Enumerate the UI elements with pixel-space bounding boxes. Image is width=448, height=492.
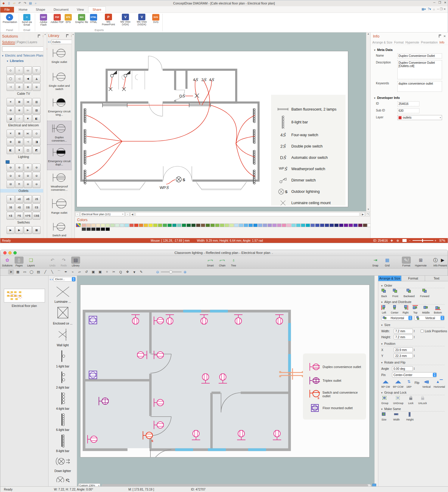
- shape-thumbnail[interactable]: ◀: [24, 75, 32, 83]
- shape-thumbnail[interactable]: ▦: [32, 226, 41, 234]
- color-swatch[interactable]: [115, 224, 119, 227]
- shape-thumbnail[interactable]: ✧: [104, 269, 110, 274]
- forward-icon[interactable]: ›: [52, 277, 53, 281]
- color-swatch[interactable]: [272, 224, 277, 227]
- library-item-emergency-single[interactable]: Emergency circuit sing...: [47, 95, 71, 121]
- home-icon[interactable]: ⌂: [433, 7, 435, 11]
- color-swatch[interactable]: [167, 224, 172, 227]
- close-button[interactable]: ✕: [444, 1, 447, 4]
- color-swatch[interactable]: [153, 224, 158, 227]
- tab-share[interactable]: Share: [88, 7, 106, 13]
- forward-icon[interactable]: ›: [49, 40, 50, 44]
- shape-thumbnail[interactable]: ▤: [15, 138, 23, 146]
- library-caption-cable-tv[interactable]: Cable TV: [0, 92, 47, 95]
- shape-thumbnail[interactable]: 4$: [15, 204, 23, 211]
- align-distribute-section[interactable]: ▼Align and Distribute: [381, 300, 445, 305]
- shape-thumbnail[interactable]: ⊖: [32, 83, 41, 91]
- color-swatch[interactable]: [258, 224, 262, 227]
- color-swatch[interactable]: [296, 224, 301, 227]
- tab-document[interactable]: Document: [49, 7, 73, 13]
- color-swatch[interactable]: [105, 227, 110, 231]
- color-swatch[interactable]: [363, 224, 367, 227]
- shape-thumbnail[interactable]: ⊜: [7, 106, 15, 114]
- library-item-1-light-bar[interactable]: 1-light bar: [49, 347, 77, 368]
- flip-horizontal-button[interactable]: ▲▔Horizontal: [434, 379, 445, 388]
- lock-button[interactable]: Lock: [408, 396, 413, 405]
- shape-thumbnail[interactable]: ▼: [131, 269, 137, 274]
- color-swatch[interactable]: [86, 227, 91, 231]
- toolbar-grid[interactable]: ▦Grid: [383, 257, 392, 267]
- shape-thumbnail[interactable]: ○: [15, 66, 23, 74]
- library-item-range-outlet[interactable]: Range outlet: [47, 196, 71, 220]
- shape-thumbnail[interactable]: P$: [15, 212, 23, 220]
- position-section[interactable]: ▼Position: [381, 342, 445, 346]
- canvas-vertical-scrollbar[interactable]: ▲▼: [366, 32, 370, 211]
- library-item-single-outlet-switch[interactable]: Single outlet and switch: [47, 69, 71, 95]
- x-field[interactable]: 23.9 mm: [394, 347, 413, 352]
- toolbar-format[interactable]: ✎/Format: [402, 257, 411, 267]
- library-selector[interactable]: Electri...▲▼: [54, 277, 76, 282]
- shape-thumbnail[interactable]: ◯: [29, 269, 35, 274]
- fit-page-icon[interactable]: [402, 239, 407, 242]
- graphic-file-button[interactable]: IMG Graphic file: [75, 14, 88, 24]
- color-swatch[interactable]: [291, 224, 296, 227]
- shape-thumbnail[interactable]: ◩: [32, 146, 41, 154]
- color-swatch[interactable]: [220, 224, 224, 227]
- shape-thumbnail[interactable]: E$: [32, 204, 41, 211]
- shape-thumbnail[interactable]: ◯: [7, 75, 15, 83]
- meta-data-section[interactable]: ▼Meta Data: [374, 48, 448, 52]
- eps-button[interactable]: EPS EPS: [63, 14, 74, 24]
- color-swatch[interactable]: [196, 224, 200, 227]
- tab-file[interactable]: File: [0, 7, 14, 13]
- tab-view[interactable]: View: [73, 7, 88, 13]
- library-item-single-outlet[interactable]: Single outlet: [47, 46, 71, 69]
- shape-thumbnail[interactable]: ⊘: [15, 83, 23, 91]
- toolbar-layers[interactable]: ❏Layers: [27, 257, 35, 267]
- shape-thumbnail[interactable]: ▼: [24, 115, 32, 122]
- same-height-button[interactable]: Height: [406, 412, 414, 421]
- developer-info-section[interactable]: ▼Developer Info: [374, 96, 448, 100]
- color-swatch[interactable]: [101, 224, 105, 227]
- size-section[interactable]: ▼Size: [381, 323, 445, 328]
- shape-thumbnail[interactable]: ↺: [83, 269, 89, 274]
- page-tab[interactable]: Electrical floor plan (1/1)▾: [80, 212, 125, 216]
- color-swatch[interactable]: [248, 224, 253, 227]
- color-swatch[interactable]: [334, 224, 339, 227]
- shape-thumbnail[interactable]: ⊣: [7, 83, 15, 91]
- minimize-button[interactable]: ─: [433, 1, 435, 4]
- shape-thumbnail[interactable]: ⊖: [32, 180, 41, 188]
- shape-thumbnail[interactable]: ⊖: [24, 164, 32, 171]
- shape-thumbnail[interactable]: ♂: [15, 115, 23, 122]
- shape-thumbnail[interactable]: ⊖: [15, 164, 23, 171]
- toolbar-pages[interactable]: ▯Pages: [15, 257, 24, 267]
- library-item-down-lighter[interactable]: Down lighter: [49, 453, 77, 473]
- collapse-ribbon-icon[interactable]: ─ ❐ ✕: [437, 7, 446, 11]
- shape-thumbnail[interactable]: ⊣: [24, 138, 32, 146]
- ms-powerpoint-button[interactable]: P MS PowerPoint: [100, 14, 117, 26]
- shape-thumbnail[interactable]: ✥: [125, 269, 130, 274]
- horizontal-scrollbar[interactable]: [136, 212, 360, 216]
- keywords-field[interactable]: duplex convenience outlet: [397, 81, 442, 92]
- shape-thumbnail[interactable]: CB$: [32, 212, 41, 220]
- zoom-slider-thumb[interactable]: [422, 239, 423, 242]
- library-item-duplex[interactable]: Duplex convenien...: [47, 121, 71, 145]
- shape-thumbnail[interactable]: ▱: [77, 269, 83, 274]
- shape-thumbnail[interactable]: Q: [118, 269, 124, 274]
- tree-item-electric-telecom[interactable]: ▼Electric and Telecom Plans: [0, 53, 47, 58]
- pin-icon[interactable]: [439, 35, 441, 38]
- tab-shape[interactable]: Shape: [32, 7, 49, 13]
- library-item-wall-light[interactable]: Wall light: [49, 325, 77, 347]
- zoom-in-icon[interactable]: ⊕: [183, 270, 186, 274]
- height-field[interactable]: 7.2 mm: [394, 335, 413, 339]
- solutions-search-input[interactable]: [2, 46, 44, 52]
- html-button[interactable]: HTML HTML: [88, 14, 99, 24]
- color-swatch[interactable]: [301, 224, 305, 227]
- stepper-icon[interactable]: ▲▼: [413, 335, 416, 339]
- toolbar-tree[interactable]: ♁Tree: [229, 257, 238, 267]
- tab-home[interactable]: Home: [15, 7, 32, 13]
- shape-thumbnail[interactable]: ø$: [24, 195, 32, 203]
- layer-select[interactable]: outlets ▾: [397, 115, 442, 120]
- library-item-emergency-duplex[interactable]: Emergency circuit dupl...: [47, 145, 71, 170]
- color-swatch[interactable]: [82, 224, 86, 227]
- library-item-2-light-bar[interactable]: 2-light bar: [49, 368, 77, 389]
